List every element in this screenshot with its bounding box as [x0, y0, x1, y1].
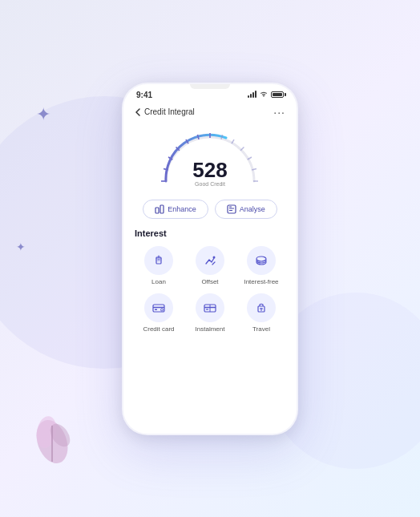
- svg-point-0: [31, 416, 74, 466]
- signal-icon: [248, 91, 256, 98]
- svg-point-42: [161, 309, 164, 311]
- svg-point-38: [256, 256, 266, 261]
- svg-rect-25: [155, 208, 159, 213]
- section-title: Interest: [135, 228, 285, 238]
- svg-rect-41: [155, 309, 157, 310]
- loan-icon-bg: [144, 246, 173, 275]
- gauge-center-text: 528 Good Credit: [192, 160, 227, 187]
- notch: [190, 84, 230, 89]
- svg-rect-26: [160, 205, 164, 213]
- battery-icon: [271, 91, 284, 98]
- analyse-icon: [227, 204, 236, 214]
- nav-title: Credit Integral: [144, 107, 195, 116]
- interest-grid: Loan Offset: [135, 246, 285, 333]
- nav-bar: Credit Integral ···: [123, 103, 297, 123]
- credit-label: Good Credit: [192, 181, 227, 187]
- leaf-decoration: [24, 402, 80, 469]
- sparkle-icon-1: ✦: [36, 104, 50, 125]
- credit-card-label: Credit card: [143, 325, 174, 333]
- phone-frame: 9:41: [122, 83, 298, 435]
- analyse-button[interactable]: Analyse: [215, 200, 277, 219]
- interest-free-icon-bg: [247, 246, 276, 275]
- status-time: 9:41: [136, 91, 152, 99]
- svg-point-4: [263, 95, 264, 96]
- svg-point-35: [213, 256, 216, 258]
- travel-icon: [254, 301, 269, 315]
- credit-card-item[interactable]: Credit card: [135, 293, 183, 333]
- offset-item[interactable]: Offset: [186, 246, 234, 285]
- credit-gauge-container: 528 Good Credit: [123, 123, 297, 193]
- interest-section: Interest Loan: [123, 225, 297, 333]
- wifi-icon: [260, 91, 268, 99]
- back-button[interactable]: Credit Integral: [135, 107, 195, 116]
- interest-free-icon: [254, 253, 269, 268]
- enhance-button[interactable]: Enhance: [143, 200, 208, 219]
- travel-item[interactable]: Travel: [237, 293, 285, 333]
- interest-free-item[interactable]: Interest-free: [237, 246, 285, 285]
- more-button[interactable]: ···: [273, 106, 285, 119]
- offset-label: Offset: [201, 278, 218, 285]
- offset-icon-bg: [196, 246, 224, 275]
- credit-card-icon-bg: [144, 293, 173, 322]
- back-icon: [135, 108, 141, 116]
- gauge-wrapper: 528 Good Credit: [158, 127, 262, 187]
- svg-rect-46: [206, 309, 208, 310]
- travel-icon-bg: [247, 293, 276, 322]
- sparkle-icon-2: ✦: [16, 240, 26, 253]
- credit-card-icon: [151, 301, 166, 315]
- loan-label: Loan: [151, 278, 166, 285]
- interest-free-label: Interest-free: [244, 278, 278, 285]
- credit-score: 528: [192, 160, 227, 180]
- loan-icon: [151, 253, 166, 268]
- instalment-icon: [203, 301, 217, 315]
- enhance-icon: [155, 204, 164, 214]
- instalment-label: Instalment: [196, 325, 225, 333]
- action-buttons: Enhance Analyse: [123, 193, 297, 225]
- travel-label: Travel: [252, 325, 270, 333]
- offset-icon: [203, 253, 217, 268]
- loan-item[interactable]: Loan: [135, 246, 183, 285]
- instalment-icon-bg: [196, 293, 224, 322]
- status-icons: [248, 91, 284, 99]
- svg-point-1: [34, 414, 59, 450]
- instalment-item[interactable]: Instalment: [186, 293, 234, 333]
- svg-point-2: [46, 420, 75, 450]
